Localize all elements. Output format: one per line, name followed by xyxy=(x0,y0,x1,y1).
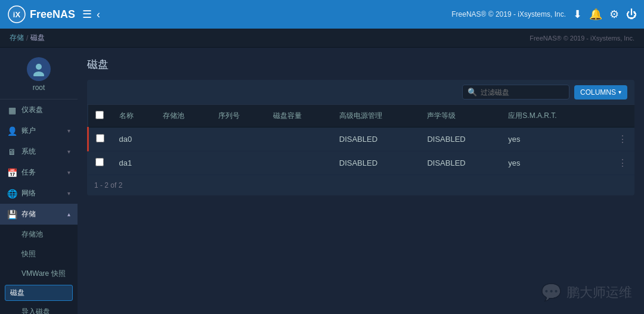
topbar-left: iX FreeNAS ☰ ‹ xyxy=(7,5,100,24)
search-box[interactable]: 🔍 xyxy=(462,85,569,100)
row-da1-name: da1 xyxy=(112,151,156,175)
table-card: 🔍 COLUMNS ▾ 名称 存储池 序列号 xyxy=(87,80,634,195)
sidebar-item-dashboard-inner: ▦ 仪表盘 xyxy=(7,105,43,115)
logo: iX FreeNAS xyxy=(7,5,75,24)
sidebar-label-tasks: 任务 xyxy=(21,167,36,178)
power-icon[interactable]: ⏻ xyxy=(626,8,637,21)
sidebar-label-storage: 存储 xyxy=(21,209,36,219)
svg-text:iX: iX xyxy=(13,10,21,19)
storage-chevron-icon: ▴ xyxy=(67,211,70,217)
table-row: da0 DISABLED DISABLED yes ⋮ xyxy=(88,128,635,151)
row-da0-name: da0 xyxy=(112,128,156,151)
sidebar-label-system: 系统 xyxy=(21,147,36,157)
sidebar-item-dashboard[interactable]: ▦ 仪表盘 xyxy=(0,100,78,120)
sidebar-item-system-inner: 🖥 系统 xyxy=(7,147,36,157)
topbar-right: FreeNAS® © 2019 - iXsystems, Inc. ⬇ 🔔 ⚙ … xyxy=(451,8,637,21)
header-name: 名称 xyxy=(112,105,156,128)
sidebar-label-network: 网络 xyxy=(21,188,36,198)
sidebar-item-storage[interactable]: 💾 存储 ▴ xyxy=(0,204,78,225)
sidebar-user: root xyxy=(0,48,78,100)
sidebar-item-account[interactable]: 👤 账户 ▾ xyxy=(0,120,78,141)
row-da1-pool xyxy=(156,151,210,175)
select-all-checkbox[interactable] xyxy=(95,111,104,119)
sidebar-sub-import[interactable]: 导入磁盘 xyxy=(0,302,78,314)
row-da0-smart: yes xyxy=(501,128,597,151)
header-smart: 应用S.M.A.R.T. xyxy=(501,105,597,128)
header-serial: 序列号 xyxy=(211,105,266,128)
table-header-row: 名称 存储池 序列号 磁盘容量 高级电源管理 声学等级 应用S.M.A.R.T. xyxy=(88,105,635,128)
sidebar-item-storage-inner: 💾 存储 xyxy=(7,209,36,219)
header-capacity: 磁盘容量 xyxy=(266,105,332,128)
sidebar-label-account: 账户 xyxy=(21,126,36,136)
breadcrumb-current: 磁盘 xyxy=(30,33,45,43)
row-da1-smart: yes xyxy=(501,151,597,175)
disks-table: 名称 存储池 序列号 磁盘容量 高级电源管理 声学等级 应用S.M.A.R.T. xyxy=(87,105,634,175)
back-icon[interactable]: ‹ xyxy=(97,8,100,21)
row-da0-checkbox[interactable] xyxy=(96,134,104,142)
row-da1-acoustic: DISABLED xyxy=(420,151,501,175)
sidebar-sub-snapshots[interactable]: 快照 xyxy=(0,244,78,264)
header-actions xyxy=(597,105,634,128)
user-avatar-icon xyxy=(32,62,46,76)
sidebar-item-network-inner: 🌐 网络 xyxy=(7,188,36,198)
columns-dropdown-icon: ▾ xyxy=(618,89,621,95)
header-pool: 存储池 xyxy=(156,105,210,128)
sidebar: root ▦ 仪表盘 👤 账户 ▾ 🖥 系统 ▾ 📅 xyxy=(0,48,78,314)
username-label: root xyxy=(33,83,45,92)
avatar xyxy=(27,57,51,81)
breadcrumb-parent[interactable]: 存储 xyxy=(10,33,24,43)
sidebar-item-account-inner: 👤 账户 xyxy=(7,126,36,136)
hamburger-icon[interactable]: ☰ xyxy=(82,8,92,21)
row-da0-serial xyxy=(211,128,266,151)
sidebar-storage-submenu: 存储池 快照 VMWare 快照 磁盘 导入磁盘 xyxy=(0,225,78,314)
sidebar-item-network[interactable]: 🌐 网络 ▾ xyxy=(0,183,78,204)
row-da0-pool xyxy=(156,128,210,151)
tasks-chevron-icon: ▾ xyxy=(67,169,70,176)
search-input[interactable] xyxy=(481,88,564,97)
system-chevron-icon: ▾ xyxy=(67,148,70,155)
header-acoustic: 声学等级 xyxy=(420,105,501,128)
row-da0-checkbox-cell[interactable] xyxy=(88,128,112,151)
copyright-text: FreeNAS® © 2019 - iXsystems, Inc. xyxy=(451,10,566,18)
sidebar-item-system[interactable]: 🖥 系统 ▾ xyxy=(0,141,78,162)
row-da0-acoustic: DISABLED xyxy=(420,128,501,151)
header-checkbox-cell xyxy=(88,105,112,128)
main-content: 磁盘 🔍 COLUMNS ▾ xyxy=(78,48,644,314)
topbar-nav-icons[interactable]: ☰ ‹ xyxy=(82,8,100,21)
page-title: 磁盘 xyxy=(87,57,634,71)
row-da1-actions[interactable]: ⋮ xyxy=(597,151,634,175)
footer-copyright: FreeNAS® © 2019 - iXsystems, Inc. xyxy=(530,35,634,42)
sidebar-item-tasks-inner: 📅 任务 xyxy=(7,167,36,178)
main-layout: root ▦ 仪表盘 👤 账户 ▾ 🖥 系统 ▾ 📅 xyxy=(0,48,644,314)
sidebar-sub-pools[interactable]: 存储池 xyxy=(0,225,78,244)
svg-point-3 xyxy=(33,71,44,76)
columns-button[interactable]: COLUMNS ▾ xyxy=(574,85,627,100)
search-icon: 🔍 xyxy=(467,88,477,97)
download-icon[interactable]: ⬇ xyxy=(573,8,582,21)
row-da0-capacity xyxy=(266,128,332,151)
breadcrumb-separator: / xyxy=(26,34,28,42)
pagination: 1 - 2 of 2 xyxy=(87,175,634,195)
settings-icon[interactable]: ⚙ xyxy=(609,8,619,21)
row-da1-serial xyxy=(211,151,266,175)
notification-icon[interactable]: 🔔 xyxy=(589,8,602,21)
breadcrumb-bar: 存储 / 磁盘 FreeNAS® © 2019 - iXsystems, Inc… xyxy=(0,29,644,48)
network-chevron-icon: ▾ xyxy=(67,190,70,197)
sidebar-sub-vmware[interactable]: VMWare 快照 xyxy=(0,264,78,284)
sidebar-sub-disks[interactable]: 磁盘 xyxy=(5,285,73,301)
row-da1-checkbox[interactable] xyxy=(95,158,104,166)
row-da0-actions[interactable]: ⋮ xyxy=(597,128,634,151)
freenas-logo-icon: iX xyxy=(7,5,26,24)
columns-label: COLUMNS xyxy=(580,88,616,97)
tasks-icon: 📅 xyxy=(7,168,17,178)
storage-icon: 💾 xyxy=(7,210,17,219)
svg-point-2 xyxy=(36,64,42,70)
account-chevron-icon: ▾ xyxy=(67,128,70,134)
row-da0-power: DISABLED xyxy=(332,128,420,151)
row-da1-checkbox-cell[interactable] xyxy=(88,151,112,175)
logo-text: FreeNAS xyxy=(30,8,75,21)
dashboard-icon: ▦ xyxy=(7,105,17,115)
table-row: da1 DISABLED DISABLED yes ⋮ xyxy=(88,151,635,175)
sidebar-item-tasks[interactable]: 📅 任务 ▾ xyxy=(0,162,78,183)
breadcrumb: 存储 / 磁盘 xyxy=(10,33,45,43)
